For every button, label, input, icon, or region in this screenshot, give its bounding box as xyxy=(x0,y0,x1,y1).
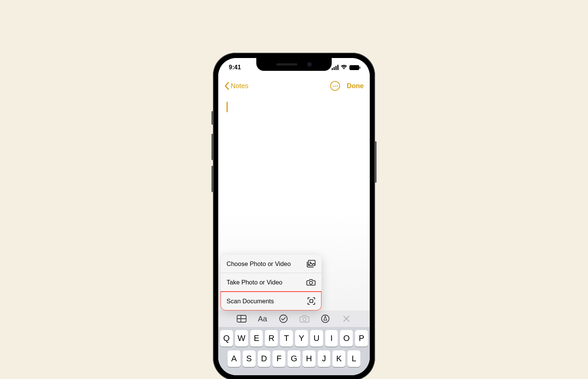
text-format-button[interactable]: Aa xyxy=(257,313,268,324)
key-l[interactable]: L xyxy=(348,350,360,367)
chevron-left-icon xyxy=(224,82,229,90)
note-editor[interactable]: Choose Photo or Video Take Photo or Vide… xyxy=(218,95,370,310)
keyboard-row-2: A S D F G H J K L xyxy=(220,350,368,367)
scan-document-icon xyxy=(307,297,315,305)
table-button[interactable] xyxy=(236,313,247,324)
text-cursor xyxy=(227,102,228,112)
status-indicators xyxy=(332,65,359,70)
svg-rect-3 xyxy=(310,300,313,303)
key-u[interactable]: U xyxy=(310,330,323,347)
svg-point-8 xyxy=(303,318,306,321)
camera-icon xyxy=(306,278,315,286)
device-speaker xyxy=(276,63,297,66)
back-button[interactable]: Notes xyxy=(224,82,248,90)
key-f[interactable]: F xyxy=(273,350,285,367)
device-volume-up xyxy=(211,134,213,160)
camera-attachment-menu: Choose Photo or Video Take Photo or Vide… xyxy=(220,255,322,310)
markup-button[interactable] xyxy=(320,313,331,324)
key-o[interactable]: O xyxy=(340,330,353,347)
cellular-icon xyxy=(332,65,338,70)
keyboard-row-1: Q W E R T Y U I O P xyxy=(220,330,368,347)
back-label: Notes xyxy=(231,82,248,90)
menu-item-label: Scan Documents xyxy=(227,298,274,305)
key-g[interactable]: G xyxy=(288,350,300,367)
key-p[interactable]: P xyxy=(355,330,368,347)
table-icon xyxy=(237,315,247,322)
checklist-button[interactable] xyxy=(278,313,289,324)
ellipsis-icon xyxy=(333,86,334,87)
svg-point-2 xyxy=(309,281,312,284)
key-s[interactable]: S xyxy=(243,350,256,367)
menu-item-take-photo[interactable]: Take Photo or Video xyxy=(220,273,322,292)
device-volume-down xyxy=(211,166,213,192)
keyboard: Q W E R T Y U I O P A S D F G H J K L xyxy=(218,327,370,375)
key-q[interactable]: Q xyxy=(220,330,233,347)
key-w[interactable]: W xyxy=(235,330,248,347)
nav-bar: Notes Done xyxy=(218,77,370,95)
menu-item-label: Choose Photo or Video xyxy=(227,260,291,267)
device-power-button xyxy=(375,141,377,183)
photo-library-icon xyxy=(306,260,315,267)
markup-icon xyxy=(321,314,330,323)
menu-item-label: Take Photo or Video xyxy=(227,279,282,286)
key-t[interactable]: T xyxy=(280,330,293,347)
device-front-camera xyxy=(307,62,312,67)
close-keyboard-button[interactable] xyxy=(341,313,352,324)
more-options-button[interactable] xyxy=(330,81,340,91)
key-y[interactable]: Y xyxy=(295,330,308,347)
key-a[interactable]: A xyxy=(228,350,240,367)
device-notch xyxy=(256,58,332,71)
formatting-toolbar: Aa xyxy=(218,310,370,327)
menu-item-scan-documents[interactable]: Scan Documents xyxy=(220,292,322,310)
key-d[interactable]: D xyxy=(258,350,271,367)
camera-button[interactable] xyxy=(299,313,310,324)
key-k[interactable]: K xyxy=(332,350,345,367)
iphone-device-frame: 9:41 Notes Done xyxy=(213,53,375,379)
key-j[interactable]: J xyxy=(318,350,331,367)
key-r[interactable]: R xyxy=(265,330,278,347)
svg-point-1 xyxy=(309,261,311,263)
battery-icon xyxy=(349,65,359,70)
status-time: 9:41 xyxy=(229,64,241,71)
key-i[interactable]: I xyxy=(325,330,338,347)
camera-icon xyxy=(300,315,309,323)
screen: 9:41 Notes Done xyxy=(218,58,370,375)
checkmark-circle-icon xyxy=(279,314,288,323)
done-button[interactable]: Done xyxy=(347,82,364,90)
key-h[interactable]: H xyxy=(303,350,315,367)
key-e[interactable]: E xyxy=(250,330,263,347)
menu-item-choose-photo[interactable]: Choose Photo or Video xyxy=(220,255,322,273)
close-icon xyxy=(343,315,350,322)
wifi-icon xyxy=(341,65,347,70)
svg-point-7 xyxy=(280,315,287,322)
device-side-button xyxy=(211,111,213,125)
